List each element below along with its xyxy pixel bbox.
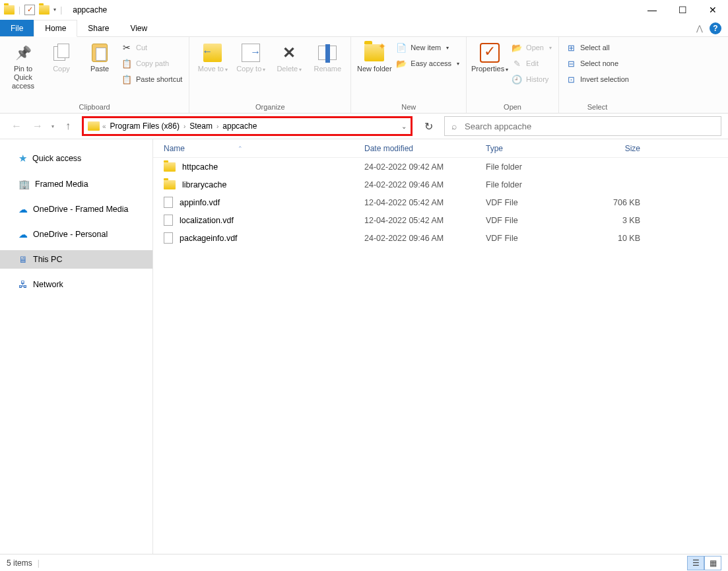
- nav-framed-media[interactable]: 🏢Framed Media: [0, 175, 152, 193]
- open-label: Open: [526, 44, 544, 51]
- file-type: File folder: [486, 162, 583, 172]
- help-icon[interactable]: ?: [710, 22, 721, 34]
- nav-forward-button[interactable]: →: [30, 119, 45, 133]
- rename-label: Rename: [314, 65, 342, 73]
- edit-icon: [512, 58, 522, 69]
- move-to-label: Move to: [198, 65, 224, 73]
- refresh-button[interactable]: ↻: [419, 117, 438, 135]
- column-type-header[interactable]: Type: [486, 144, 583, 153]
- nav-up-button[interactable]: ↑: [61, 119, 75, 133]
- nav-onedrive-framed[interactable]: ☁OneDrive - Framed Media: [0, 200, 152, 218]
- new-folder-label: New folder: [357, 65, 392, 73]
- nav-network[interactable]: 🖧Network: [0, 275, 152, 294]
- search-input[interactable]: [465, 121, 714, 131]
- star-icon: ★: [18, 152, 27, 164]
- list-item[interactable]: appinfo.vdf 12-04-2022 05:42 AM VDF File…: [153, 193, 728, 211]
- column-size-header[interactable]: Size: [583, 144, 647, 153]
- select-none-label: Select none: [580, 59, 618, 67]
- pin-to-quick-access-button[interactable]: Pin to Quick access: [4, 40, 42, 90]
- file-date: 24-02-2022 09:46 AM: [364, 234, 486, 243]
- tab-home[interactable]: Home: [34, 20, 77, 37]
- address-dropdown-icon[interactable]: ⌄: [401, 123, 407, 130]
- column-date-header[interactable]: Date modified: [364, 144, 486, 153]
- file-type: VDF File: [486, 198, 583, 207]
- file-size: 3 KB: [583, 216, 647, 225]
- new-item-button[interactable]: New item▾: [393, 41, 462, 54]
- qat-properties-icon[interactable]: ✓: [24, 5, 35, 15]
- pc-icon: 🖥: [18, 254, 28, 265]
- nav-quick-access[interactable]: ★Quick access: [0, 149, 152, 168]
- view-thumbnails-button[interactable]: ▦: [704, 556, 721, 570]
- nav-this-pc[interactable]: 🖥This PC: [0, 250, 152, 269]
- group-label-organize: Organize: [189, 103, 350, 113]
- copy-icon: [52, 44, 71, 62]
- file-date: 12-04-2022 05:42 AM: [364, 216, 486, 225]
- search-box[interactable]: ⌕: [444, 116, 721, 136]
- copy-to-button[interactable]: Copy to▾: [232, 40, 270, 74]
- tab-file[interactable]: File: [0, 20, 34, 36]
- file-type: File folder: [486, 180, 583, 189]
- view-details-button[interactable]: ☰: [687, 556, 704, 570]
- column-name-header[interactable]: Name⌃: [153, 144, 364, 153]
- qat-folder-icon[interactable]: [39, 5, 50, 15]
- address-bar[interactable]: « Program Files (x86) › Steam › appcache…: [82, 116, 413, 136]
- copy-path-button[interactable]: Copy path: [119, 57, 185, 70]
- tab-share[interactable]: Share: [77, 20, 119, 36]
- move-to-button[interactable]: Move to▾: [193, 40, 232, 74]
- easy-access-icon: [396, 58, 407, 69]
- select-all-label: Select all: [580, 44, 610, 51]
- easy-access-button[interactable]: Easy access▾: [393, 57, 462, 70]
- copy-button[interactable]: Copy: [42, 40, 81, 73]
- chevron-right-icon[interactable]: ›: [216, 123, 218, 130]
- folder-icon: [164, 162, 176, 172]
- qat-dropdown-icon[interactable]: ▾: [53, 7, 56, 13]
- delete-icon: [279, 42, 300, 63]
- status-item-count: 5 items: [7, 558, 32, 568]
- nav-label: OneDrive - Framed Media: [33, 205, 129, 214]
- nav-label: Quick access: [32, 154, 81, 163]
- minimize-button[interactable]: —: [637, 0, 667, 20]
- rename-button[interactable]: Rename: [308, 40, 347, 73]
- chevron-right-icon[interactable]: ›: [183, 123, 185, 130]
- ribbon-collapse-icon[interactable]: ⋀: [696, 24, 703, 33]
- open-button[interactable]: Open▾: [509, 41, 554, 54]
- nav-label: OneDrive - Personal: [33, 230, 108, 239]
- network-icon: 🖧: [18, 279, 28, 290]
- maximize-button[interactable]: ☐: [667, 0, 698, 20]
- paste-shortcut-icon: [121, 74, 132, 84]
- invert-selection-button[interactable]: Invert selection: [563, 73, 632, 86]
- tab-view[interactable]: View: [119, 20, 158, 36]
- building-icon: 🏢: [18, 179, 30, 189]
- breadcrumb-segment[interactable]: Program Files (x86): [109, 121, 181, 131]
- paste-shortcut-label: Paste shortcut: [136, 75, 182, 83]
- paste-icon: [92, 44, 108, 62]
- list-item[interactable]: packageinfo.vdf 24-02-2022 09:46 AM VDF …: [153, 229, 728, 247]
- breadcrumb-segment[interactable]: appcache: [221, 121, 258, 131]
- edit-button[interactable]: Edit: [509, 57, 554, 70]
- close-button[interactable]: ✕: [698, 0, 728, 20]
- properties-button[interactable]: Properties▾: [471, 40, 509, 74]
- address-overflow-icon[interactable]: «: [102, 123, 106, 130]
- file-name: localization.vdf: [180, 216, 234, 225]
- cut-button[interactable]: Cut: [119, 41, 185, 54]
- paste-button[interactable]: Paste: [81, 40, 119, 73]
- group-label-select: Select: [559, 103, 636, 113]
- properties-icon: [480, 43, 500, 63]
- new-folder-button[interactable]: New folder: [355, 40, 393, 73]
- paste-shortcut-button[interactable]: Paste shortcut: [119, 73, 185, 86]
- nav-history-dropdown[interactable]: ▾: [51, 123, 54, 129]
- nav-back-button[interactable]: ←: [9, 119, 24, 133]
- list-item[interactable]: librarycache 24-02-2022 09:46 AM File fo…: [153, 176, 728, 193]
- delete-button[interactable]: Delete▾: [270, 40, 308, 74]
- list-item[interactable]: localization.vdf 12-04-2022 05:42 AM VDF…: [153, 211, 728, 229]
- file-name: httpcache: [182, 162, 218, 172]
- history-button[interactable]: History: [509, 73, 554, 86]
- list-item[interactable]: httpcache 24-02-2022 09:42 AM File folde…: [153, 158, 728, 176]
- pin-icon: [15, 45, 31, 61]
- cloud-icon: ☁: [18, 204, 28, 215]
- select-none-button[interactable]: Select none: [563, 57, 632, 70]
- select-all-button[interactable]: Select all: [563, 41, 632, 54]
- breadcrumb-segment[interactable]: Steam: [188, 121, 214, 131]
- cloud-icon: ☁: [18, 229, 28, 240]
- nav-onedrive-personal[interactable]: ☁OneDrive - Personal: [0, 225, 152, 244]
